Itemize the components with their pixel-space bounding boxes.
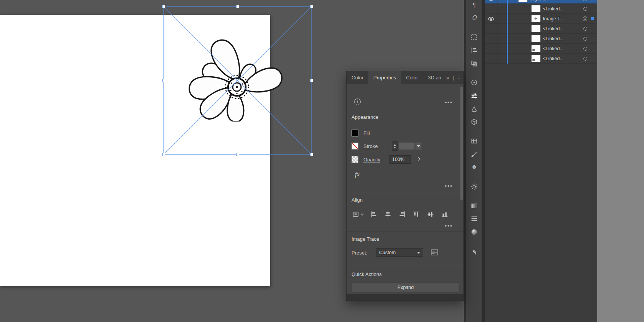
stroke-panel-icon[interactable]: [470, 214, 478, 223]
fx-button[interactable]: fx.: [355, 171, 361, 178]
brushes-icon[interactable]: [470, 150, 478, 159]
more-options-icon[interactable]: ●●●: [445, 184, 453, 188]
tab-color[interactable]: Color: [347, 71, 368, 84]
symbols-icon[interactable]: ♣: [470, 163, 478, 171]
sphere-icon[interactable]: [470, 228, 478, 236]
visibility-eye-icon[interactable]: [488, 16, 495, 21]
layer-thumbnail[interactable]: [531, 5, 540, 12]
layer-thumbnail[interactable]: [531, 55, 540, 62]
fill-swatch[interactable]: [352, 130, 358, 136]
info-icon[interactable]: [354, 99, 361, 105]
more-options-icon[interactable]: ●●●: [445, 224, 453, 228]
layer-target-icon[interactable]: [583, 47, 587, 51]
layer-name[interactable]: Layer 1: [530, 0, 546, 2]
3d-materials-icon[interactable]: [470, 118, 478, 126]
visibility-toggle[interactable]: [488, 56, 495, 61]
stroke-weight-dropdown[interactable]: [415, 142, 422, 150]
transform-icon[interactable]: [470, 33, 478, 41]
layer-thumbnail[interactable]: [518, 0, 527, 2]
visibility-toggle[interactable]: [488, 36, 495, 41]
pathfinder-icon[interactable]: [470, 59, 478, 68]
stepper-up-icon[interactable]: [394, 144, 396, 146]
tab-divider: |: [453, 75, 454, 80]
stroke-swatch[interactable]: [352, 143, 358, 150]
layer-thumbnail[interactable]: [531, 35, 540, 42]
opentype-icon[interactable]: O: [470, 13, 478, 22]
align-bottom-icon[interactable]: [441, 210, 449, 218]
stroke-weight-field[interactable]: [399, 142, 415, 150]
layer-target-icon[interactable]: [583, 57, 587, 61]
opacity-options-chevron[interactable]: [416, 157, 420, 161]
layer-name[interactable]: <Linked...: [543, 26, 564, 31]
artboards-icon[interactable]: [470, 137, 478, 145]
align-middle-vertical-icon[interactable]: [427, 210, 434, 218]
layer-row[interactable]: <Linked...: [485, 24, 597, 34]
properties-panel-icon[interactable]: [470, 92, 478, 100]
layer-name[interactable]: <Linked...: [543, 46, 564, 51]
appearance-panel-icon[interactable]: [470, 182, 478, 191]
layer-thumbnail[interactable]: [531, 15, 540, 22]
layer-name[interactable]: <Linked...: [543, 56, 564, 61]
image-trace-panel-icon[interactable]: [431, 249, 438, 256]
layer-target-icon[interactable]: [583, 16, 587, 21]
align-to-selection-dropdown[interactable]: [352, 210, 365, 218]
layer-row[interactable]: Layer 1: [485, 0, 597, 4]
selection-diagonals: [164, 7, 312, 154]
panel-tab-bar: ColorPropertiesColor3D an » | ≡: [347, 71, 463, 84]
preset-select[interactable]: Custom: [376, 248, 423, 257]
panel-menu-icon[interactable]: ≡: [457, 75, 460, 80]
stroke-label[interactable]: Stroke: [363, 143, 378, 149]
layer-row[interactable]: <Linked...: [485, 4, 597, 14]
opacity-label[interactable]: Opacity: [363, 157, 380, 163]
tab-properties[interactable]: Properties: [368, 71, 401, 84]
opacity-swatch[interactable]: [352, 156, 358, 163]
align-right-icon[interactable]: [398, 210, 406, 218]
layer-selection-bar: [507, 0, 508, 64]
layer-thumbnail[interactable]: [531, 45, 540, 52]
preset-label: Preset:: [352, 250, 367, 256]
align-panel-icon[interactable]: [470, 46, 478, 54]
layer-name[interactable]: <Linked...: [543, 36, 564, 41]
visibility-toggle[interactable]: [488, 7, 495, 12]
stroke-weight-stepper[interactable]: [392, 141, 398, 151]
layer-row[interactable]: Image T...: [485, 14, 597, 24]
align-section-title: Align: [352, 197, 363, 203]
layer-thumbnail[interactable]: [531, 25, 540, 32]
panel-scrollbar[interactable]: [460, 87, 463, 200]
paragraph-icon[interactable]: ¶: [470, 1, 478, 10]
layer-row[interactable]: <Linked...: [485, 44, 597, 54]
align-left-icon[interactable]: [370, 210, 378, 218]
selection-color-chip: [591, 0, 594, 0]
layers-rows: Layer 1<Linked...Image T...<Linked...<Li…: [485, 0, 597, 69]
tab-3d-an[interactable]: 3D an: [423, 71, 446, 84]
layer-row[interactable]: <Linked...: [485, 34, 597, 44]
visibility-toggle[interactable]: [488, 46, 495, 51]
shape-icon[interactable]: [470, 105, 478, 113]
visibility-toggle[interactable]: [488, 26, 495, 31]
opacity-field[interactable]: 100%: [389, 155, 411, 164]
layer-target-icon[interactable]: [583, 27, 587, 31]
layer-name[interactable]: Image T...: [543, 16, 564, 21]
align-top-icon[interactable]: [412, 210, 420, 218]
graphic-styles-icon[interactable]: [470, 248, 478, 256]
layer-target-icon[interactable]: [583, 37, 587, 41]
illustrator-window: ColorPropertiesColor3D an » | ≡ ●●● Appe…: [0, 0, 644, 322]
stepper-down-icon[interactable]: [394, 147, 396, 148]
selection-bounding-box[interactable]: [162, 5, 314, 156]
layer-name[interactable]: <Linked...: [543, 6, 564, 12]
tab-overflow-icon[interactable]: »: [446, 75, 449, 80]
tab-color[interactable]: Color: [401, 71, 423, 84]
visibility-eye-icon[interactable]: [488, 0, 495, 2]
color-panel-icon[interactable]: [470, 78, 478, 87]
layer-target-icon[interactable]: [583, 7, 587, 11]
align-center-horizontal-icon[interactable]: [384, 210, 392, 218]
layer-target-icon[interactable]: [583, 0, 587, 1]
more-options-icon[interactable]: ●●●: [445, 100, 453, 104]
gradient-panel-icon[interactable]: [470, 202, 478, 210]
fill-label[interactable]: Fill: [363, 130, 370, 136]
layer-row[interactable]: <Linked...: [485, 54, 597, 64]
expand-button[interactable]: Expand: [352, 283, 459, 292]
panel-dock-strip: ¶O♣: [464, 0, 482, 322]
align-buttons-row: [352, 210, 449, 219]
preset-value: Custom: [379, 250, 396, 255]
